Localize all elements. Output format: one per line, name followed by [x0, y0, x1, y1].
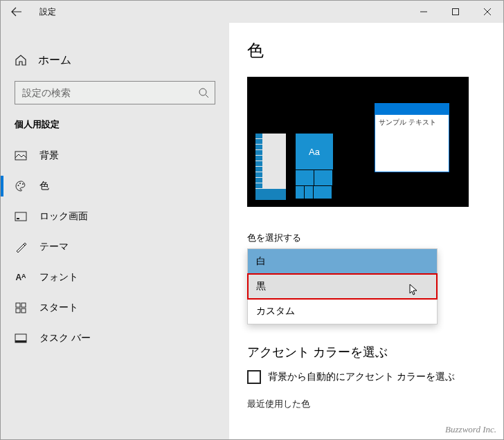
back-button[interactable]	[1, 1, 33, 23]
lockscreen-icon	[15, 212, 27, 221]
close-button[interactable]	[471, 1, 503, 23]
cursor-icon	[409, 284, 419, 296]
search-input-wrapper	[15, 81, 215, 104]
svg-rect-12	[16, 303, 20, 307]
maximize-button[interactable]	[440, 1, 471, 23]
minimize-icon	[420, 8, 428, 16]
accent-color-header: アクセント カラーを選ぶ	[247, 344, 485, 360]
svg-rect-1	[453, 9, 459, 15]
minimize-button[interactable]	[408, 1, 440, 23]
preview-area: Aa サンプル テキスト	[247, 77, 469, 207]
home-button[interactable]: ホーム	[1, 48, 229, 73]
option-label: 白	[256, 255, 266, 268]
sidebar-item-label: 背景	[39, 149, 59, 162]
option-label: 黒	[256, 280, 266, 293]
sidebar-item-label: テーマ	[39, 241, 69, 253]
color-mode-dropdown[interactable]: 白 黒 カスタム	[247, 248, 438, 324]
preview-tiles: Aa	[296, 134, 345, 200]
titlebar: 設定	[1, 1, 503, 23]
option-label: カスタム	[256, 305, 295, 318]
svg-line-5	[206, 95, 208, 98]
sidebar-item-taskbar[interactable]: タスク バー	[1, 323, 229, 354]
search-input[interactable]	[15, 82, 215, 104]
sidebar-item-start[interactable]: スタート	[1, 293, 229, 323]
preview-sample-text: サンプル テキスト	[375, 115, 449, 130]
sidebar-item-label: ロック画面	[39, 210, 88, 223]
svg-point-7	[18, 185, 19, 186]
sidebar-item-fonts[interactable]: AA フォント	[1, 262, 229, 293]
palette-icon	[15, 180, 27, 192]
dropdown-option-custom[interactable]: カスタム	[248, 299, 437, 324]
window-title: 設定	[33, 6, 408, 18]
home-icon	[15, 54, 27, 66]
preview-startmenu-list	[255, 134, 286, 200]
dropdown-option-black[interactable]: 黒	[248, 274, 437, 299]
taskbar-icon	[15, 333, 27, 343]
choose-color-label: 色を選択する	[247, 232, 485, 244]
font-icon: AA	[15, 273, 27, 282]
home-label: ホーム	[38, 53, 71, 68]
sidebar-item-colors[interactable]: 色	[1, 171, 229, 201]
sidebar-item-label: タスク バー	[39, 332, 91, 345]
sidebar-item-background[interactable]: 背景	[1, 140, 229, 171]
theme-icon	[15, 241, 27, 253]
svg-rect-14	[16, 309, 20, 313]
checkbox-icon[interactable]	[247, 370, 261, 384]
sidebar-item-label: 色	[39, 180, 49, 192]
sidebar-item-lockscreen[interactable]: ロック画面	[1, 201, 229, 232]
dropdown-option-white[interactable]: 白	[248, 249, 437, 274]
search-icon	[198, 87, 209, 98]
svg-rect-15	[21, 309, 26, 313]
page-title: 色	[247, 39, 485, 62]
svg-point-9	[22, 183, 24, 185]
preview-sample-window: サンプル テキスト	[375, 103, 449, 172]
sidebar-item-label: フォント	[39, 271, 78, 284]
sidebar: ホーム 個人用設定 背景 色 ロック画面 テーマ AA フォント	[1, 23, 229, 439]
sidebar-item-label: スタート	[39, 302, 78, 314]
maximize-icon	[451, 8, 460, 16]
section-header: 個人用設定	[1, 118, 229, 131]
watermark: Buzzword Inc.	[445, 424, 496, 435]
auto-pick-color-row[interactable]: 背景から自動的にアクセント カラーを選ぶ	[247, 370, 485, 384]
svg-point-4	[199, 89, 206, 95]
preview-tile-text: Aa	[296, 134, 333, 169]
svg-rect-10	[15, 212, 26, 221]
sidebar-item-themes[interactable]: テーマ	[1, 232, 229, 262]
svg-rect-17	[15, 340, 26, 342]
picture-icon	[15, 151, 27, 161]
close-icon	[483, 8, 492, 16]
arrow-left-icon	[11, 6, 22, 17]
start-icon	[15, 302, 27, 313]
recent-colors-label: 最近使用した色	[247, 398, 485, 410]
svg-point-8	[19, 183, 21, 184]
svg-rect-11	[17, 218, 19, 219]
content-area: 色 Aa サンプル テキスト 色を選択する 白 黒 カスタム ア	[229, 23, 503, 439]
svg-rect-13	[21, 303, 26, 307]
checkbox-label: 背景から自動的にアクセント カラーを選ぶ	[268, 371, 455, 383]
